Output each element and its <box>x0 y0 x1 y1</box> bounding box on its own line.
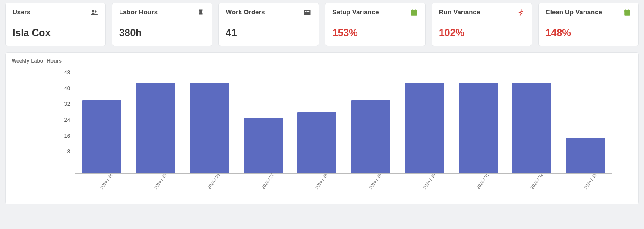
users-icon <box>90 8 98 17</box>
card-value: 41 <box>226 27 312 39</box>
svg-point-0 <box>92 10 94 12</box>
calendar-icon <box>623 8 631 17</box>
metric-card[interactable]: Setup Variance153% <box>325 3 426 46</box>
card-value: 148% <box>546 27 631 39</box>
svg-rect-6 <box>307 13 310 13</box>
card-value: 380h <box>119 27 205 39</box>
y-tick-label: 16 <box>10 132 70 139</box>
svg-rect-5 <box>305 13 306 13</box>
x-axis-labels: 2024 / 242024 / 252024 / 262024 / 272024… <box>75 174 612 200</box>
svg-rect-14 <box>625 10 626 11</box>
weekly-labor-hours-card: Weekly Labor Hours 81624324048 2024 / 24… <box>5 52 639 204</box>
y-tick-label: 32 <box>10 101 70 107</box>
chart-plot <box>75 79 612 174</box>
chart-bars <box>75 79 612 174</box>
svg-rect-13 <box>624 10 630 12</box>
svg-point-11 <box>521 10 522 11</box>
card-title: Labor Hours <box>119 8 158 16</box>
list-icon <box>303 8 312 17</box>
svg-rect-8 <box>411 10 417 12</box>
chart-area: 81624324048 2024 / 242024 / 252024 / 262… <box>6 66 638 204</box>
svg-rect-10 <box>415 10 416 11</box>
calendar-icon <box>410 8 418 17</box>
y-tick-label: 48 <box>10 69 70 76</box>
card-title: Users <box>13 8 31 16</box>
metric-card[interactable]: Run Variance102% <box>432 3 532 46</box>
hourglass-icon <box>196 8 205 17</box>
svg-rect-15 <box>628 10 629 11</box>
metric-card[interactable]: UsersIsla Cox <box>5 3 106 46</box>
y-tick-label: 40 <box>10 85 70 91</box>
svg-rect-4 <box>307 11 310 12</box>
svg-rect-3 <box>305 11 306 12</box>
card-title: Setup Variance <box>332 8 379 16</box>
svg-rect-9 <box>412 10 413 11</box>
metric-card[interactable]: Clean Up Variance148% <box>538 3 639 46</box>
y-tick-label: 8 <box>10 148 70 155</box>
metric-card[interactable]: Labor Hours380h <box>112 3 212 46</box>
card-title: Work Orders <box>226 8 265 16</box>
card-value: Isla Cox <box>13 27 98 39</box>
card-value: 102% <box>439 27 525 39</box>
card-value: 153% <box>332 27 418 39</box>
card-title: Clean Up Variance <box>546 8 602 16</box>
running-icon <box>516 8 525 17</box>
metric-card[interactable]: Work Orders41 <box>218 3 319 46</box>
metric-cards-row: UsersIsla CoxLabor Hours380hWork Orders4… <box>0 0 644 52</box>
chart-title: Weekly Labor Hours <box>6 53 638 66</box>
svg-point-1 <box>95 10 96 12</box>
y-axis: 81624324048 <box>6 79 75 174</box>
card-title: Run Variance <box>439 8 480 16</box>
y-tick-label: 24 <box>10 117 70 123</box>
